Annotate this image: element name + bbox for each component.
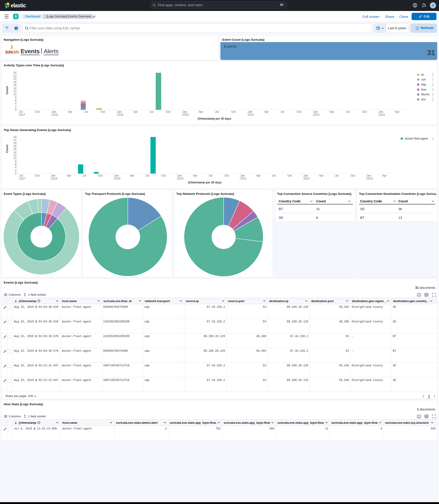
svg-text:SURICATA: SURICATA [5, 50, 19, 54]
